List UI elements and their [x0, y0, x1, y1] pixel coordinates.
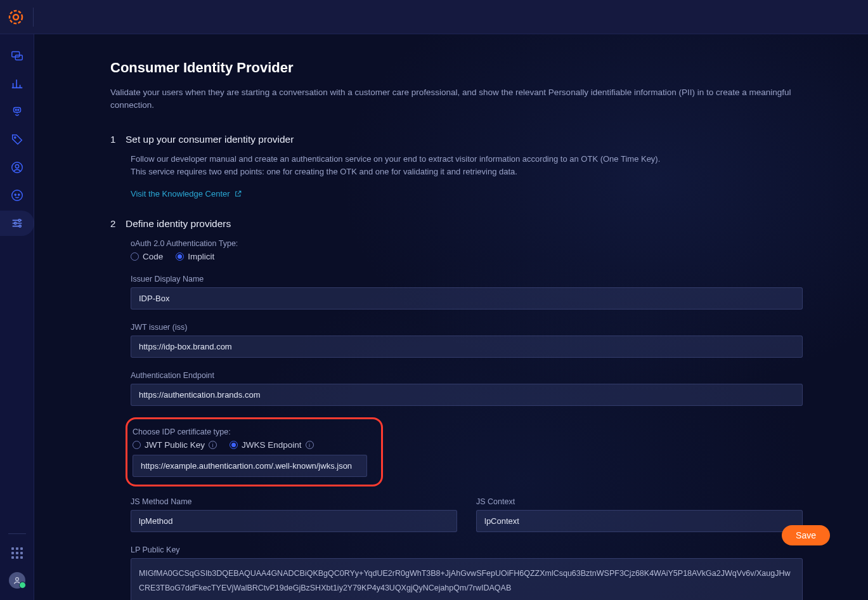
info-icon[interactable]: i [209, 441, 217, 449]
info-icon[interactable]: i [306, 441, 314, 449]
topbar-divider [33, 8, 34, 27]
svg-point-10 [11, 190, 22, 201]
radio-code[interactable]: Code [131, 252, 163, 261]
main-content: Consumer Identity Provider Validate your… [34, 34, 868, 600]
page-description: Validate your users when they are starti… [110, 86, 830, 112]
svg-point-16 [15, 578, 18, 581]
svg-rect-4 [13, 108, 20, 112]
auth-endpoint-label: Authentication Endpoint [131, 371, 214, 380]
radio-jwks-endpoint[interactable]: JWKS Endpoint i [230, 440, 314, 450]
svg-point-15 [18, 225, 20, 227]
knowledge-center-link[interactable]: Visit the Knowledge Center [131, 189, 242, 199]
js-method-input[interactable] [131, 510, 457, 532]
cert-type-highlight: Choose IDP certificate type: JWT Public … [126, 417, 383, 486]
radio-jwt-public-key[interactable]: JWT Public Key i [133, 440, 217, 450]
radio-circle-icon [131, 252, 139, 261]
lp-public-key-label: LP Public Key [131, 545, 180, 554]
step-1-text: Follow our developer manual and create a… [131, 153, 830, 179]
js-context-label: JS Context [476, 497, 515, 506]
analytics-icon[interactable] [10, 76, 25, 91]
issuer-display-label: Issuer Display Name [131, 275, 204, 284]
svg-point-14 [14, 222, 16, 224]
jwt-issuer-label: JWT issuer (iss) [131, 323, 187, 332]
step-1-number: 1 [110, 134, 117, 145]
svg-point-12 [18, 194, 19, 195]
svg-point-9 [15, 164, 19, 168]
save-button[interactable]: Save [782, 525, 830, 545]
jwks-endpoint-input[interactable] [133, 455, 367, 477]
user-circle-icon[interactable] [10, 160, 25, 175]
cert-type-label: Choose IDP certificate type: [133, 427, 231, 436]
step-2-header: 2 Define identity providers [110, 218, 830, 230]
svg-point-0 [10, 11, 22, 23]
top-bar [0, 0, 868, 34]
svg-point-6 [17, 109, 18, 110]
radio-implicit[interactable]: Implicit [176, 252, 214, 261]
radio-circle-checked-icon [230, 441, 238, 449]
external-link-icon [234, 190, 242, 198]
sidebar-divider [8, 533, 26, 534]
step-1-title: Set up your consumer identity provider [126, 134, 294, 145]
lp-public-key-value: MIGfMA0GCSqGSIb3DQEBAQUAA4GNADCBiQKBgQC0… [131, 558, 803, 600]
jwt-issuer-input[interactable] [131, 336, 803, 358]
auth-type-label: oAuth 2.0 Authentication Type: [131, 239, 238, 248]
settings-sliders-icon[interactable] [10, 216, 25, 231]
radio-circle-icon [133, 441, 141, 449]
svg-point-7 [14, 137, 15, 138]
svg-rect-3 [15, 55, 22, 60]
radio-circle-checked-icon [176, 252, 184, 261]
js-context-input[interactable] [476, 510, 803, 532]
step-1-header: 1 Set up your consumer identity provider [110, 134, 830, 145]
brand-logo-icon [6, 8, 25, 27]
apps-grid-icon[interactable] [10, 545, 25, 561]
auth-endpoint-input[interactable] [131, 384, 803, 406]
bot-icon[interactable] [10, 104, 25, 119]
sidebar [0, 34, 34, 600]
js-method-label: JS Method Name [131, 497, 192, 506]
page-title: Consumer Identity Provider [110, 60, 830, 76]
step-2-title: Define identity providers [126, 218, 231, 230]
issuer-display-input[interactable] [131, 287, 803, 310]
conversations-icon[interactable] [10, 48, 25, 63]
step-2-number: 2 [110, 218, 117, 230]
tag-icon[interactable] [10, 132, 25, 147]
svg-point-11 [15, 194, 16, 195]
user-avatar[interactable] [9, 572, 25, 589]
svg-point-13 [18, 219, 20, 221]
svg-point-5 [15, 109, 16, 110]
svg-point-1 [13, 15, 18, 20]
assistant-icon[interactable] [10, 188, 25, 203]
